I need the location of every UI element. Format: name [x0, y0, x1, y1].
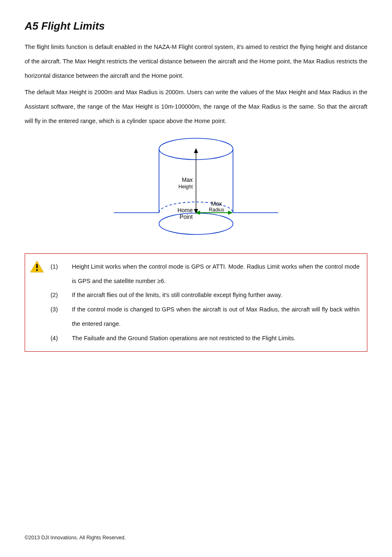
svg-marker-11 [228, 211, 233, 215]
warning-note-box: (1) Height Limit works when the control … [25, 253, 367, 352]
intro-paragraph-2: The default Max Height is 2000m and Max … [25, 85, 367, 128]
flight-limits-diagram: Max Height Max Radius Home Point [101, 132, 291, 244]
diagram-label-max-radius-2: Radius [209, 207, 224, 213]
note-text: The Failsafe and the Ground Station oper… [72, 331, 360, 346]
note-number: (4) [51, 331, 60, 346]
note-number: (1) [51, 260, 60, 288]
note-text: If the control mode is changed to GPS wh… [72, 302, 360, 331]
diagram-container: Max Height Max Radius Home Point [25, 132, 367, 244]
svg-point-14 [36, 269, 38, 271]
svg-marker-7 [194, 148, 198, 153]
note-item: (4) The Failsafe and the Ground Station … [51, 331, 360, 346]
note-item: (1) Height Limit works when the control … [51, 260, 360, 288]
note-number: (3) [51, 302, 60, 331]
note-text: If the aircraft flies out of the limits,… [72, 288, 360, 302]
page-heading: A5 Flight Limits [25, 20, 367, 32]
diagram-label-max-height-2: Height [178, 184, 193, 190]
svg-rect-13 [36, 264, 37, 268]
warning-note-list: (1) Height Limit works when the control … [51, 260, 360, 346]
svg-point-3 [159, 213, 233, 234]
diagram-label-home-2: Point [180, 214, 193, 220]
warning-icon [30, 260, 44, 274]
intro-paragraph-1: The flight limits function is default en… [25, 40, 367, 83]
note-text: Height Limit works when the control mode… [72, 260, 360, 288]
diagram-label-home-1: Home [178, 207, 193, 214]
diagram-label-max-height-1: Max [182, 176, 193, 183]
note-number: (2) [51, 288, 60, 302]
diagram-label-max-radius-1: Max [211, 200, 222, 207]
footer-copyright: ©2013 DJI Innovations. All Rights Reserv… [25, 535, 126, 541]
note-item: (3) If the control mode is changed to GP… [51, 302, 360, 331]
note-item: (2) If the aircraft flies out of the lim… [51, 288, 360, 302]
